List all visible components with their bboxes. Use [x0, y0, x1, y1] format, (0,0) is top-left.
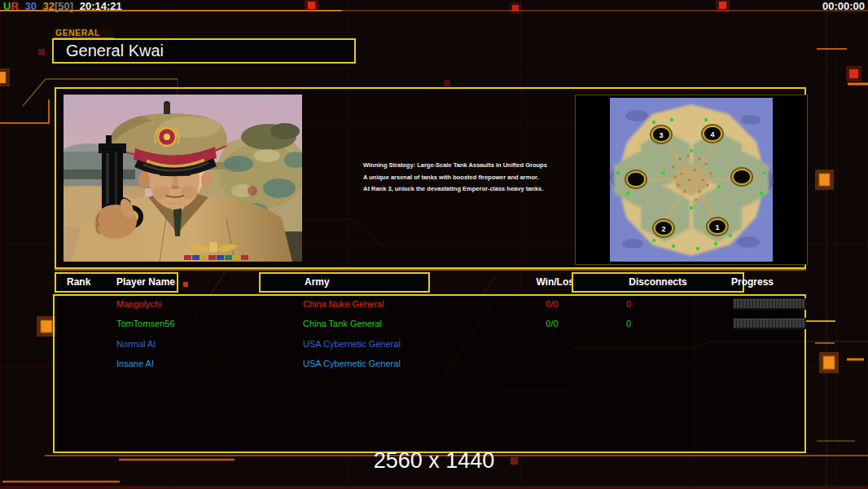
strategy-line-1: Winning Strategy: Large-Scale Tank Assau… [363, 160, 534, 172]
table-row: Normal AI USA Cybernetic General [55, 337, 804, 350]
svg-text:2: 2 [661, 225, 665, 233]
column-header-army: Army [305, 274, 330, 291]
player-army: USA Cybernetic General [303, 337, 401, 350]
table-row: TomTomsen56 China Tank General 0/0 0 [55, 317, 804, 330]
table-row: Mangolychi China Nuke General 0/0 0 [55, 297, 804, 311]
player-disconnects: 0 [622, 297, 635, 311]
table-row: Insane AI USA Cybernetic General [55, 357, 804, 370]
player-winloss: 0/0 [540, 317, 564, 330]
player-army: China Nuke General [303, 297, 384, 311]
status-value-2: 32 [43, 0, 55, 12]
map-preview: 3 4 2 [575, 95, 808, 265]
strategy-line-3: At Rank 3, unlock the devastating Empero… [363, 183, 534, 196]
panel-underline [55, 269, 806, 271]
svg-text:3: 3 [659, 131, 663, 139]
player-table: Mangolychi China Nuke General 0/0 0 TomT… [53, 294, 806, 453]
svg-text:4: 4 [710, 130, 714, 139]
column-header-disconnects: Disconnects [573, 274, 743, 291]
status-value-1: 30 [24, 0, 36, 12]
header-box-army: Army [259, 272, 430, 293]
tab-general-label: GENERAL [55, 28, 100, 37]
map-marker-2: 2 [653, 219, 674, 237]
svg-text:1: 1 [715, 223, 719, 231]
general-name-box: General Kwai [52, 38, 356, 64]
strategy-line-2: A unique arsenal of tanks with boosted f… [363, 172, 534, 184]
resolution-label: 2560 x 1440 [0, 448, 868, 474]
progress-bar [733, 318, 806, 329]
player-name: Insane AI [116, 357, 154, 370]
header-box-disconnects: Disconnects [572, 272, 744, 293]
column-header-rank: Rank [67, 274, 90, 291]
progress-bar [733, 298, 806, 310]
map-marker-east [731, 168, 752, 186]
column-header-player-name: Player Name [116, 274, 175, 291]
player-army: USA Cybernetic General [303, 357, 401, 370]
player-name: Mangolychi [116, 297, 162, 311]
game-timer: 00:00:00 [822, 0, 865, 12]
player-winloss: 0/0 [540, 297, 564, 311]
player-army: China Tank General [303, 317, 382, 330]
network-status-bar: UR 30 32[50] 20:14:21 [3, 0, 125, 12]
column-header-progress: Progress [727, 274, 778, 291]
bottom-strip [0, 486, 868, 489]
map-marker-west [625, 170, 647, 188]
status-receive-flag: R [11, 0, 18, 12]
player-disconnects: 0 [622, 317, 635, 330]
status-value-3: [50] [55, 0, 73, 12]
header-box-rank-player: Rank Player Name [55, 272, 178, 293]
map-marker-4: 4 [702, 125, 723, 143]
general-strategy-text: Winning Strategy: Large-Scale Tank Assau… [363, 160, 534, 196]
map-marker-3: 3 [651, 126, 672, 143]
general-portrait [64, 95, 302, 262]
page-title: General Kwai [54, 40, 354, 62]
status-upload-flag: U [3, 0, 11, 12]
player-name: Normal AI [116, 337, 156, 350]
status-clock: 20:14:21 [80, 0, 122, 12]
game-lobby-screen: UR 30 32[50] 20:14:21 00:00:00 GENERAL G… [0, 0, 868, 489]
map-marker-1: 1 [707, 218, 728, 236]
player-name: TomTomsen56 [116, 317, 175, 330]
